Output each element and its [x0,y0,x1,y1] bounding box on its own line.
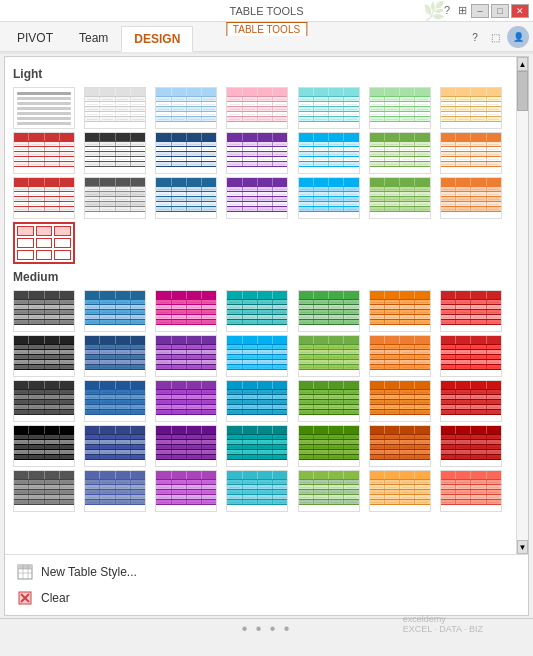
dropdown-footer: New Table Style... Clear [5,554,528,615]
table-style-thumb[interactable] [298,290,360,332]
table-style-thumb[interactable] [13,425,75,467]
table-style-thumb[interactable] [226,132,288,174]
tab-pivot[interactable]: PIVOT [4,25,66,51]
table-style-thumb[interactable] [84,470,146,512]
ribbon-right-icons: ? ⬚ 👤 [467,26,529,48]
table-style-thumb[interactable] [298,335,360,377]
table-style-thumb[interactable] [84,177,146,219]
bottom-dots: • • • • [242,620,292,638]
table-style-thumb[interactable] [369,177,431,219]
table-style-thumb[interactable] [298,470,360,512]
light-style-grid [13,87,508,264]
scrollbar-down-button[interactable]: ▼ [517,540,528,554]
table-style-thumb[interactable] [440,425,502,467]
title-bar: 🌿 TABLE TOOLS ? ⊞ – □ ✕ [0,0,533,22]
minimize-button[interactable]: – [471,4,489,18]
table-style-thumb[interactable] [155,132,217,174]
table-tools-title: TABLE TOOLS [230,5,304,17]
user-avatar: 👤 [507,26,529,48]
help-icon[interactable]: ? [444,4,450,18]
table-style-thumb[interactable] [298,425,360,467]
scroll-area[interactable]: Light Medium [5,57,516,554]
table-style-thumb[interactable] [84,380,146,422]
table-style-thumb[interactable] [13,222,75,264]
table-style-panel: Light Medium ▲ ▼ [4,56,529,616]
table-style-thumb[interactable] [84,425,146,467]
new-style-icon [15,562,35,582]
table-style-thumb[interactable] [298,380,360,422]
table-style-thumb[interactable] [440,470,502,512]
table-style-thumb[interactable] [155,177,217,219]
table-style-thumb[interactable] [226,290,288,332]
scrollbar-track [517,71,528,540]
window-controls: ? ⊞ – □ ✕ [444,4,529,18]
scrollbar-thumb[interactable] [517,71,528,111]
table-style-thumb[interactable] [13,87,75,129]
medium-section-label: Medium [13,270,508,284]
table-style-thumb[interactable] [13,132,75,174]
table-style-thumb[interactable] [369,425,431,467]
table-style-thumb[interactable] [84,132,146,174]
minimize-restore-icon[interactable]: ⊞ [458,4,467,18]
tab-team[interactable]: Team [66,25,121,51]
table-style-thumb[interactable] [369,290,431,332]
table-style-thumb[interactable] [226,425,288,467]
clear-label: Clear [41,591,70,605]
maximize-button[interactable]: □ [491,4,509,18]
table-tools-tab-label: TABLE TOOLS [226,22,307,36]
clear-item[interactable]: Clear [13,585,520,611]
table-style-thumb[interactable] [13,380,75,422]
table-style-thumb[interactable] [155,335,217,377]
close-button[interactable]: ✕ [511,4,529,18]
table-style-thumb[interactable] [155,87,217,129]
table-style-thumb[interactable] [84,335,146,377]
table-style-thumb[interactable] [298,177,360,219]
table-style-thumb[interactable] [226,380,288,422]
table-style-thumb[interactable] [440,132,502,174]
ribbon: TABLE TOOLS PIVOT Team DESIGN ? ⬚ 👤 [0,22,533,54]
table-style-thumb[interactable] [13,177,75,219]
table-style-thumb[interactable] [369,380,431,422]
table-style-thumb[interactable] [440,335,502,377]
tab-design[interactable]: DESIGN [121,26,193,52]
table-style-thumb[interactable] [369,470,431,512]
table-style-thumb[interactable] [13,470,75,512]
table-style-thumb[interactable] [226,335,288,377]
table-style-thumb[interactable] [84,290,146,332]
clear-icon [15,588,35,608]
table-style-thumb[interactable] [155,380,217,422]
table-style-thumb[interactable] [226,87,288,129]
table-style-thumb[interactable] [298,87,360,129]
table-style-thumb[interactable] [440,380,502,422]
table-style-thumb[interactable] [226,470,288,512]
ribbon-tabs: TABLE TOOLS PIVOT Team DESIGN ? ⬚ 👤 [0,22,533,52]
help-ribbon-icon[interactable]: ? [467,29,483,45]
panel-body: Light Medium ▲ ▼ [5,57,528,554]
table-style-thumb[interactable] [369,132,431,174]
table-style-thumb[interactable] [226,177,288,219]
table-style-thumb[interactable] [155,425,217,467]
table-style-thumb[interactable] [13,290,75,332]
scrollbar-up-button[interactable]: ▲ [517,57,528,71]
table-style-thumb[interactable] [155,470,217,512]
new-table-style-item[interactable]: New Table Style... [13,559,520,585]
table-style-thumb[interactable] [440,290,502,332]
table-style-thumb[interactable] [440,87,502,129]
table-style-thumb[interactable] [84,87,146,129]
svg-rect-1 [18,565,32,569]
table-style-thumb[interactable] [155,290,217,332]
table-style-thumb[interactable] [13,335,75,377]
panel-scrollbar[interactable]: ▲ ▼ [516,57,528,554]
light-section-label: Light [13,67,508,81]
exceldemy-logo: exceldemyEXCEL · DATA · BIZ [403,614,483,634]
table-style-thumb[interactable] [369,87,431,129]
table-style-thumb[interactable] [298,132,360,174]
medium-style-grid [13,290,508,512]
table-style-thumb[interactable] [369,335,431,377]
new-table-style-label: New Table Style... [41,565,137,579]
expand-icon[interactable]: ⬚ [487,29,503,45]
table-style-thumb[interactable] [440,177,502,219]
